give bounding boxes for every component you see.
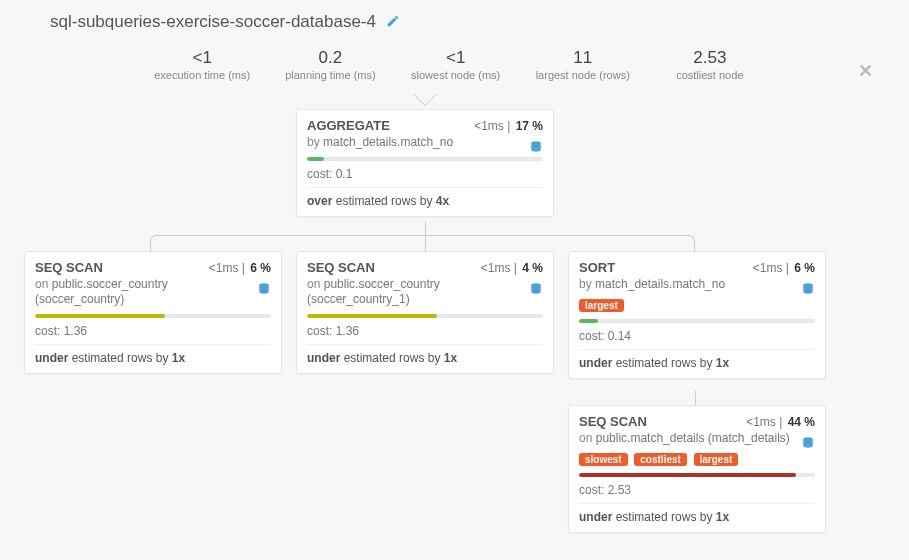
page-title: sql-subqueries-exercise-soccer-database-… (50, 12, 376, 32)
cost-bar-fill (307, 157, 324, 161)
stat-label: planning time (ms) (285, 69, 375, 81)
estimate-line: under estimated rows by 1x (35, 351, 271, 365)
node-op: SEQ SCAN (35, 260, 103, 275)
tag-largest: largest (694, 453, 739, 466)
node-timing: <1ms | 4 % (481, 261, 543, 275)
tag-costliest: costliest (634, 453, 687, 466)
cost-bar (307, 157, 543, 161)
node-detail: by match_details.match_no (307, 135, 543, 150)
node-timing: <1ms | 44 % (746, 415, 815, 429)
stat-value: 2.53 (665, 48, 755, 68)
node-seqscan-soccer-country[interactable]: SEQ SCAN <1ms | 6 % on public.soccer_cou… (24, 251, 282, 374)
node-timing: <1ms | 6 % (209, 261, 271, 275)
node-seqscan-soccer-country-1[interactable]: SEQ SCAN <1ms | 4 % on public.soccer_cou… (296, 251, 554, 374)
cost-line: cost: 0.1 (307, 167, 543, 188)
stat-costliest-node: 2.53 costliest node (665, 48, 755, 81)
node-tags: slowest costliest largest (579, 451, 815, 466)
node-op: AGGREGATE (307, 118, 390, 133)
connector (695, 391, 696, 405)
stat-value: 11 (536, 48, 630, 68)
stat-value: <1 (411, 48, 501, 68)
node-detail: on public.soccer_country (soccer_country… (307, 277, 543, 307)
connector (150, 235, 695, 251)
database-icon[interactable] (801, 282, 815, 296)
database-icon[interactable] (529, 282, 543, 296)
plan-tree: AGGREGATE <1ms | 17 % by match_details.m… (0, 95, 909, 535)
tag-slowest: slowest (579, 453, 628, 466)
node-detail: on public.match_details (match_details) (579, 431, 815, 446)
estimate-line: under estimated rows by 1x (307, 351, 543, 365)
stat-label: largest node (rows) (536, 69, 630, 81)
cost-line: cost: 1.36 (35, 324, 271, 345)
node-detail: by match_details.match_no (579, 277, 815, 292)
node-op: SORT (579, 260, 615, 275)
node-sort[interactable]: SORT <1ms | 6 % by match_details.match_n… (568, 251, 826, 379)
stat-slowest-node: <1 slowest node (ms) (411, 48, 501, 81)
cost-bar (307, 314, 543, 318)
stat-planning-time: 0.2 planning time (ms) (285, 48, 375, 81)
stat-execution-time: <1 execution time (ms) (154, 48, 250, 81)
node-detail: on public.soccer_country (soccer_country… (35, 277, 271, 307)
stat-value: 0.2 (285, 48, 375, 68)
cost-bar-fill (579, 319, 598, 323)
pencil-icon[interactable] (386, 14, 400, 31)
stat-label: costliest node (665, 69, 755, 81)
node-seqscan-match-details[interactable]: SEQ SCAN <1ms | 44 % on public.match_det… (568, 405, 826, 533)
cost-bar (35, 314, 271, 318)
connector (425, 221, 426, 235)
estimate-line: under estimated rows by 1x (579, 510, 815, 524)
node-aggregate[interactable]: AGGREGATE <1ms | 17 % by match_details.m… (296, 109, 554, 217)
cost-bar-fill (579, 473, 796, 477)
cost-line: cost: 0.14 (579, 329, 815, 350)
stat-label: slowest node (ms) (411, 69, 501, 81)
close-icon[interactable]: ✕ (858, 60, 873, 82)
cost-line: cost: 1.36 (307, 324, 543, 345)
database-icon[interactable] (257, 282, 271, 296)
connector (425, 235, 426, 251)
stat-label: execution time (ms) (154, 69, 250, 81)
node-op: SEQ SCAN (579, 414, 647, 429)
cost-bar (579, 473, 815, 477)
header: sql-subqueries-exercise-soccer-database-… (0, 0, 909, 32)
cost-line: cost: 2.53 (579, 483, 815, 504)
estimate-line: under estimated rows by 1x (579, 356, 815, 370)
cost-bar (579, 319, 815, 323)
estimate-line: over estimated rows by 4x (307, 194, 543, 208)
tag-largest: largest (579, 299, 624, 312)
stat-value: <1 (154, 48, 250, 68)
node-timing: <1ms | 17 % (474, 119, 543, 133)
stats-row: <1 execution time (ms) 0.2 planning time… (0, 38, 909, 89)
database-icon[interactable] (529, 140, 543, 154)
cost-bar-fill (35, 314, 165, 318)
node-op: SEQ SCAN (307, 260, 375, 275)
cost-bar-fill (307, 314, 437, 318)
node-tags: largest (579, 297, 815, 312)
stat-largest-node: 11 largest node (rows) (536, 48, 630, 81)
database-icon[interactable] (801, 436, 815, 450)
node-timing: <1ms | 6 % (753, 261, 815, 275)
